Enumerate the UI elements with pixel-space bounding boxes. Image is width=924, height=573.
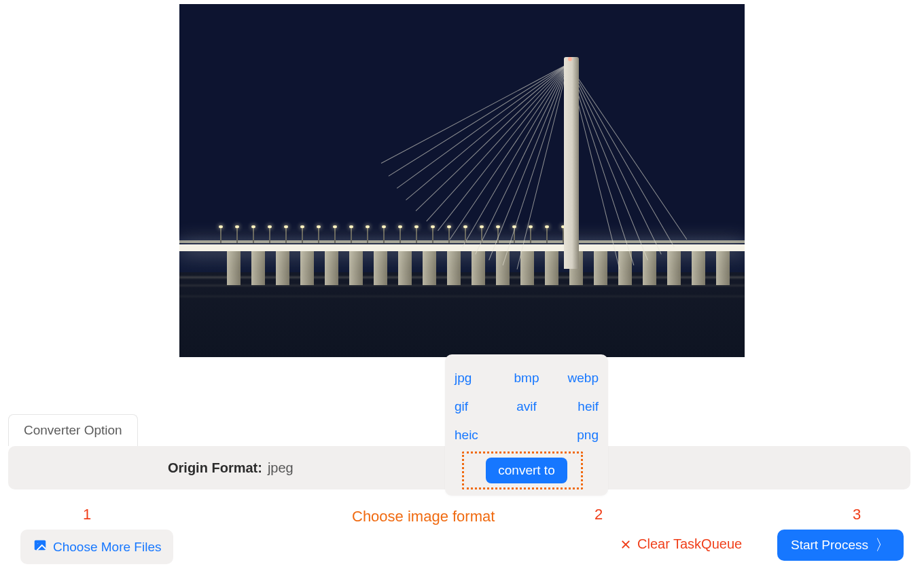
convert-to-button[interactable]: convert to xyxy=(486,458,567,483)
clear-taskqueue-label: Clear TaskQueue xyxy=(637,536,742,552)
image-icon xyxy=(33,538,48,556)
format-option-gif[interactable]: gif xyxy=(455,395,501,418)
choose-more-files-button[interactable]: Choose More Files xyxy=(20,530,173,564)
format-option-heif[interactable]: heif xyxy=(552,395,599,418)
choose-more-files-label: Choose More Files xyxy=(53,540,161,555)
format-popover: jpg bmp webp gif avif heif heic png conv… xyxy=(445,354,608,496)
svg-point-1 xyxy=(37,542,39,544)
step-number-3: 3 xyxy=(853,506,861,523)
format-grid: jpg bmp webp gif avif heif heic png xyxy=(448,364,605,454)
bridge-pylon xyxy=(564,57,579,269)
tab-converter-option[interactable]: Converter Option xyxy=(8,414,138,446)
step-hint-text: Choose image format xyxy=(352,508,495,525)
format-option-webp[interactable]: webp xyxy=(552,367,599,390)
svg-rect-0 xyxy=(35,540,46,551)
start-process-label: Start Process xyxy=(791,538,868,553)
bridge-cables xyxy=(179,4,745,357)
format-option-empty xyxy=(503,424,550,447)
format-option-bmp[interactable]: bmp xyxy=(503,367,550,390)
format-option-jpg[interactable]: jpg xyxy=(455,367,501,390)
tabs: Converter Option xyxy=(8,414,138,446)
start-process-button[interactable]: Start Process 〉 xyxy=(777,530,904,561)
step-number-2: 2 xyxy=(594,506,603,523)
step-number-1: 1 xyxy=(83,506,91,523)
format-option-png[interactable]: png xyxy=(552,424,599,447)
format-option-avif[interactable]: avif xyxy=(503,395,550,418)
origin-format-value: jpeg xyxy=(268,460,294,476)
preview-image xyxy=(179,4,745,357)
format-option-heic[interactable]: heic xyxy=(455,424,501,447)
origin-format-label: Origin Format: xyxy=(168,460,262,476)
preview-area xyxy=(0,0,924,357)
clear-taskqueue-button[interactable]: Clear TaskQueue xyxy=(620,536,742,552)
close-icon xyxy=(620,538,632,551)
